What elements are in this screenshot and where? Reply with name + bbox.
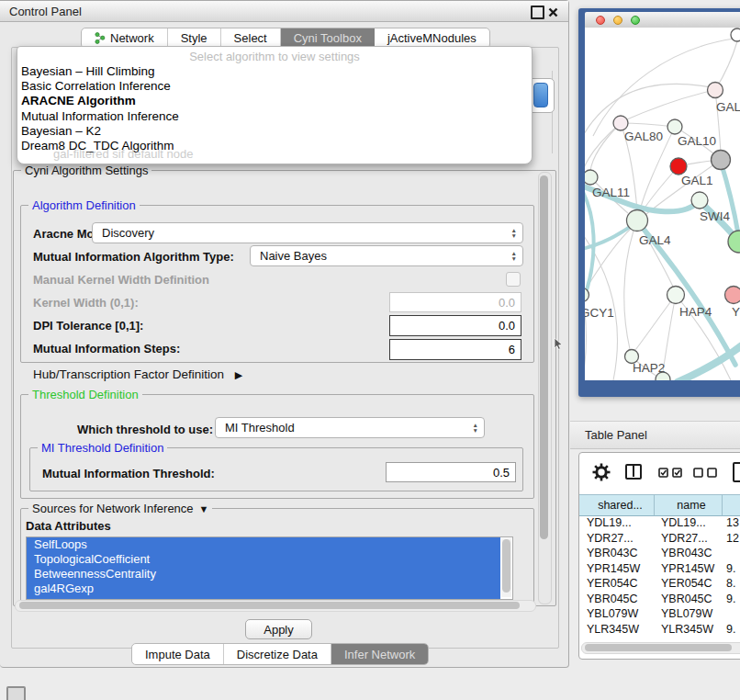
table-cell: YBR043C — [655, 547, 723, 559]
table-row[interactable]: YPR145WYPR145W9. — [579, 561, 740, 577]
mi-threshold-field[interactable] — [386, 462, 516, 482]
network-node-label: HAP4 — [679, 305, 712, 319]
data-attribute-item[interactable]: gal4RGexp — [27, 581, 500, 596]
network-node-top-partial[interactable] — [731, 28, 740, 41]
tab-network-label: Network — [110, 31, 154, 45]
network-edge — [590, 123, 621, 171]
apply-button[interactable]: Apply — [245, 619, 312, 639]
table-cell: YLR345W — [579, 623, 655, 635]
settings-hscrollbar[interactable] — [15, 600, 536, 612]
control-panel-titlebar[interactable]: Control Panel — [0, 1, 568, 22]
select-all-columns-button[interactable] — [658, 468, 682, 478]
table-settings-button[interactable] — [592, 463, 611, 485]
algorithm-option[interactable]: ARACNE Algorithm — [20, 94, 529, 108]
tab-impute-data[interactable]: Impute Data — [132, 644, 224, 664]
algorithm-option[interactable]: Mutual Information Inference — [20, 109, 529, 124]
network-node-GAL1[interactable] — [670, 158, 687, 175]
settings-hscrollbar-thumb[interactable] — [19, 602, 520, 609]
data-attributes-label: Data Attributes — [26, 519, 111, 533]
attr-list-scrollbar[interactable] — [501, 538, 511, 597]
hub-definition-label: Hub/Transcription Factor Definition — [33, 367, 224, 381]
dpi-tolerance-field[interactable] — [389, 315, 521, 336]
which-threshold-label: Which threshold to use: — [77, 423, 213, 436]
mi-steps-field[interactable] — [389, 339, 521, 360]
unselect-all-columns-button[interactable] — [693, 468, 717, 478]
zoom-traffic-light[interactable] — [631, 16, 640, 25]
table-column-header[interactable]: name — [655, 495, 723, 516]
tab-jactivemnodules[interactable]: jActiveMNodules — [375, 28, 489, 48]
table-column-header[interactable]: shared... — [579, 495, 655, 516]
mi-algorithm-type-combo[interactable]: Naive Bayes ▲▼ — [250, 245, 523, 266]
settings-scrollbar[interactable] — [538, 172, 552, 604]
algorithm-definition-legend: Algorithm Definition — [28, 198, 140, 212]
tab-cyni-toolbox[interactable]: Cyni Toolbox — [281, 28, 375, 48]
data-attributes-list[interactable]: SelfLoopsTopologicalCoefficientBetweenne… — [26, 536, 513, 600]
table-cell: YER054C — [579, 577, 655, 590]
table-row[interactable]: YDR27...YDR27...12 — [579, 531, 740, 547]
algorithm-option[interactable]: Bayesian – K2 — [20, 124, 529, 139]
network-canvas[interactable]: GALGAL80GAL10GAL1GAL11SWI4GAL4GCY1HAP4YH… — [585, 28, 740, 380]
table-column-header[interactable] — [723, 495, 740, 516]
close-traffic-light[interactable] — [596, 16, 605, 25]
network-node-GAL80[interactable] — [613, 116, 628, 130]
kernel-width-field[interactable] — [389, 292, 521, 312]
data-attribute-item[interactable]: SelfLoops — [27, 537, 500, 552]
tab-cyni-toolbox-label: Cyni Toolbox — [294, 31, 362, 45]
network-node-HAP4[interactable] — [667, 287, 685, 304]
minimize-traffic-light[interactable] — [613, 16, 622, 25]
checked-box-icon — [658, 468, 668, 478]
table-row[interactable]: YBR043CYBR043C — [579, 546, 740, 561]
network-edge — [621, 123, 675, 127]
table-cell: YBR045C — [579, 593, 655, 605]
table-panel-titlebar[interactable]: Table Panel — [570, 421, 740, 449]
table-hscrollbar[interactable] — [581, 642, 740, 654]
network-node-salmon[interactable] — [725, 287, 740, 304]
apply-button-label: Apply — [263, 623, 294, 637]
network-node-SWI4[interactable] — [691, 192, 708, 209]
minimized-panel-icon[interactable] — [6, 686, 26, 700]
network-node-label: GAL — [716, 100, 740, 114]
table-row[interactable]: YER054CYER054C8. — [579, 576, 740, 592]
data-attribute-item[interactable]: TopologicalCoefficient — [27, 552, 500, 567]
aracne-mode-combo[interactable]: Discovery ▲▼ — [92, 222, 523, 243]
which-threshold-combo[interactable]: MI Threshold ▲▼ — [215, 417, 485, 438]
network-edge — [585, 230, 617, 380]
algorithm-popup-placeholder: Select algorithm to view settings — [17, 50, 532, 63]
table-row[interactable]: YLR345WYLR345W9. — [579, 622, 740, 636]
network-node-GAL10[interactable] — [667, 119, 682, 134]
tab-style[interactable]: Style — [168, 28, 221, 48]
data-attribute-item[interactable]: BetweennessCentrality — [27, 567, 500, 581]
hub-definition-toggle[interactable]: Hub/Transcription Factor Definition ▶ — [33, 367, 242, 381]
algorithm-option[interactable]: Bayesian – Hill Climbing — [20, 64, 529, 79]
column-layout-button[interactable] — [625, 464, 642, 480]
network-node-label: GAL11 — [592, 186, 630, 199]
network-node-GAL11[interactable] — [585, 170, 598, 185]
network-window-titlebar[interactable] — [585, 12, 740, 28]
algorithm-option[interactable]: Basic Correlation Inference — [20, 79, 529, 94]
mi-threshold-label: Mutual Information Threshold: — [42, 467, 215, 480]
tab-network[interactable]: Network — [82, 28, 168, 48]
tab-infer-network[interactable]: Infer Network — [331, 644, 428, 664]
network-node-label: HAP2 — [633, 361, 665, 375]
table-row[interactable]: YBL079WYBL079W — [579, 606, 740, 622]
settings-scrollbar-thumb[interactable] — [540, 175, 548, 539]
network-node-GAL4[interactable] — [627, 210, 648, 231]
sources-legend-wrap[interactable]: Sources for Network Inference ▼ — [28, 502, 212, 515]
tab-discretize-data[interactable]: Discretize Data — [224, 644, 331, 664]
network-node-gray[interactable] — [712, 151, 731, 170]
table-row[interactable]: YBR045CYBR045C9. — [579, 592, 740, 607]
checked-box-icon — [672, 468, 682, 478]
close-window-button[interactable] — [548, 5, 558, 15]
manual-kernel-width-checkbox[interactable] — [506, 272, 521, 287]
float-window-button[interactable] — [531, 6, 544, 19]
table-row[interactable]: YDL19...YDL19...13 — [579, 515, 740, 531]
table-hscrollbar-thumb[interactable] — [585, 644, 732, 651]
columns-icon — [633, 466, 635, 477]
table-cell: YDL19... — [579, 516, 655, 529]
table-cell: YDR27... — [579, 532, 655, 545]
network-node-pink-top[interactable] — [708, 83, 723, 98]
attr-list-scrollbar-thumb[interactable] — [502, 539, 510, 593]
tab-select[interactable]: Select — [221, 28, 281, 48]
tab-discretize-data-label: Discretize Data — [237, 648, 318, 661]
export-table-button[interactable] — [733, 462, 740, 482]
